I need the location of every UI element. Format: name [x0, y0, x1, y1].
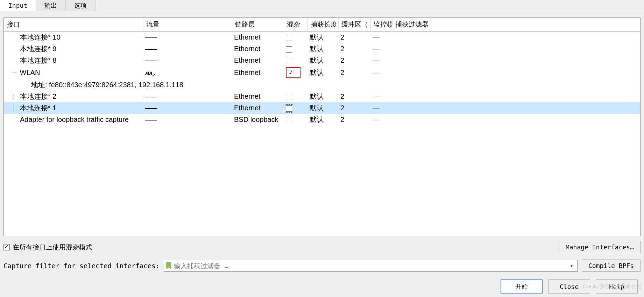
promiscuous-checkbox[interactable]: [288, 70, 294, 76]
sparkline-icon: [145, 49, 157, 50]
table-row[interactable]: 本地连接* 9Ethernet默认2—: [4, 43, 640, 55]
monitor-value: —: [373, 45, 380, 53]
promiscuous-checkbox[interactable]: [286, 117, 292, 123]
header-buffer[interactable]: 缓冲区（: [338, 18, 370, 32]
header-interface[interactable]: 接口: [4, 18, 143, 32]
sparkline-icon: ʍʌ⸝: [145, 69, 155, 76]
monitor-value: —: [373, 56, 380, 64]
promiscuous-checkbox[interactable]: [286, 35, 292, 41]
dialog-button-bar: 开始 Close Help: [3, 279, 641, 293]
link-layer: Ethernet: [232, 43, 284, 55]
caplen-value[interactable]: 默认: [307, 102, 338, 114]
tab-output[interactable]: 输出: [36, 0, 66, 11]
tab-bar: Input 输出 选项: [0, 0, 644, 11]
close-button[interactable]: Close: [548, 279, 590, 293]
filter-value[interactable]: [392, 114, 640, 125]
chevron-right-icon[interactable]: 〉: [12, 105, 18, 112]
bookmark-icon[interactable]: [166, 262, 171, 269]
caplen-value[interactable]: 默认: [307, 32, 338, 43]
caplen-value[interactable]: 默认: [307, 66, 338, 79]
table-row[interactable]: 本地连接* 8Ethernet默认2—: [4, 55, 640, 66]
buffer-value[interactable]: 2: [338, 114, 370, 125]
promiscuous-checkbox[interactable]: [286, 58, 292, 64]
tab-input[interactable]: Input: [0, 0, 36, 11]
sparkline-icon: [145, 108, 157, 109]
monitor-value: —: [373, 92, 380, 100]
sparkline-icon: [145, 61, 157, 61]
header-caplen[interactable]: 捕获长度: [307, 18, 338, 32]
link-layer: Ethernet: [232, 55, 284, 66]
promiscuous-checkbox[interactable]: [286, 46, 292, 53]
header-link[interactable]: 链路层: [232, 18, 284, 32]
link-layer: Ethernet: [232, 102, 284, 114]
table-row[interactable]: 地址: fe80::843e:4979:8264:2381, 192.168.1…: [4, 79, 640, 91]
buffer-value[interactable]: 2: [338, 91, 370, 102]
promiscuous-checkbox[interactable]: [286, 94, 292, 100]
filter-value[interactable]: [392, 55, 640, 66]
table-row[interactable]: 〉 本地连接* 2Ethernet默认2—: [4, 91, 640, 102]
compile-bpfs-button[interactable]: Compile BPFs: [582, 260, 641, 272]
manage-interfaces-button[interactable]: Manage Interfaces…: [559, 241, 641, 253]
table-row[interactable]: 〉 本地连接* 1Ethernet默认2—: [4, 102, 640, 114]
filter-value[interactable]: [392, 91, 640, 102]
header-traffic[interactable]: 流量: [143, 18, 232, 32]
header-monitor[interactable]: 监控模: [370, 18, 392, 32]
caplen-value[interactable]: 默认: [307, 91, 338, 102]
caplen-value[interactable]: 默认: [307, 114, 338, 125]
header-filter[interactable]: 捕获过滤器: [392, 18, 640, 32]
table-row[interactable]: Adapter for loopback traffic captureBSD …: [4, 114, 640, 125]
checkbox-icon: [3, 244, 10, 250]
promiscuous-checkbox[interactable]: [286, 105, 292, 112]
buffer-value[interactable]: 2: [338, 43, 370, 55]
header-prom[interactable]: 混杂: [284, 18, 307, 32]
link-layer: Ethernet: [232, 66, 284, 79]
buffer-value[interactable]: 2: [338, 102, 370, 114]
capture-filter-field[interactable]: ▼: [164, 260, 578, 272]
sparkline-icon: [145, 120, 157, 120]
filter-value[interactable]: [392, 32, 640, 43]
interface-address: 地址: fe80::843e:4979:8264:2381, 192.168.1…: [6, 80, 183, 90]
table-row[interactable]: 本地连接* 10Ethernet默认2—: [4, 32, 640, 43]
promiscuous-all-label: 在所有接口上使用混杂模式: [13, 243, 92, 252]
sparkline-icon: [145, 97, 157, 97]
chevron-down-icon[interactable]: ▼: [568, 263, 575, 268]
help-button[interactable]: Help: [596, 279, 638, 293]
start-button[interactable]: 开始: [501, 279, 543, 293]
interface-table: 接口 流量 链路层 混杂 捕获长度 缓冲区（ 监控模 捕获过滤器 本地连接* 1…: [3, 18, 641, 236]
buffer-value[interactable]: 2: [338, 55, 370, 66]
caplen-value[interactable]: 默认: [307, 43, 338, 55]
capture-filter-label: Capture filter for selected interfaces:: [3, 262, 160, 270]
table-row[interactable]: ﹀ WLANʍʌ⸝Ethernet默认2—: [4, 66, 640, 79]
link-layer: Ethernet: [232, 91, 284, 102]
filter-value[interactable]: [392, 66, 640, 79]
chevron-down-icon[interactable]: ﹀: [12, 70, 18, 76]
caplen-value[interactable]: 默认: [307, 55, 338, 66]
link-layer: Ethernet: [232, 32, 284, 43]
promiscuous-all-checkbox[interactable]: 在所有接口上使用混杂模式: [3, 243, 92, 252]
chevron-right-icon[interactable]: 〉: [12, 94, 18, 100]
sparkline-icon: [145, 37, 157, 38]
buffer-value[interactable]: 2: [338, 32, 370, 43]
link-layer: BSD loopback: [232, 114, 284, 125]
filter-value[interactable]: [392, 102, 640, 114]
monitor-value: —: [373, 116, 380, 123]
monitor-value: —: [373, 69, 380, 76]
filter-value[interactable]: [392, 43, 640, 55]
capture-filter-input[interactable]: [174, 262, 568, 270]
monitor-value: —: [373, 104, 380, 112]
monitor-value: —: [373, 33, 380, 41]
buffer-value[interactable]: 2: [338, 66, 370, 79]
tab-options[interactable]: 选项: [66, 0, 95, 11]
